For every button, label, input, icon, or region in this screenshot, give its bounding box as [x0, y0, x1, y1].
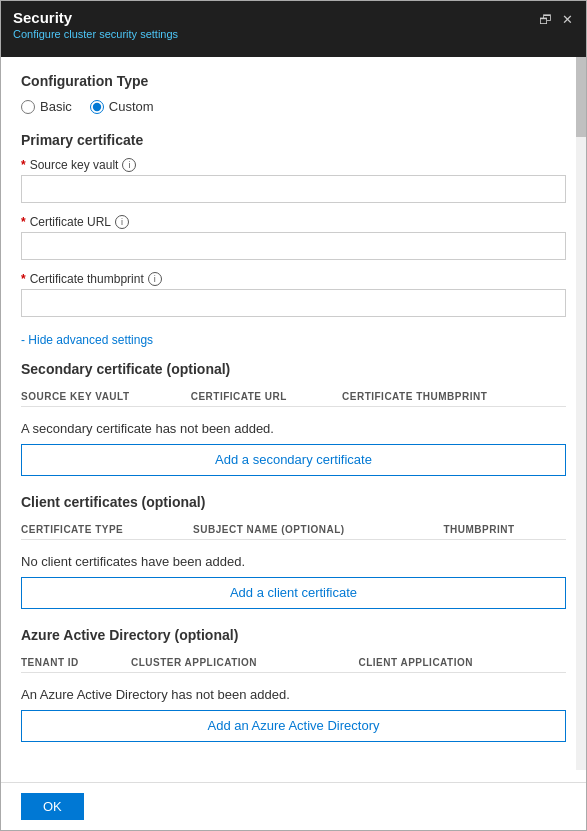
certificate-thumbprint-info-icon[interactable]: i [148, 272, 162, 286]
source-key-vault-label: * Source key vault i [21, 158, 566, 172]
secondary-cert-empty: A secondary certificate has not been add… [21, 413, 566, 444]
scrollbar-track[interactable] [576, 57, 586, 770]
radio-custom[interactable]: Custom [90, 99, 154, 114]
add-client-cert-button[interactable]: Add a client certificate [21, 577, 566, 609]
title-bar: Security Configure cluster security sett… [1, 1, 586, 57]
close-button[interactable]: ✕ [558, 11, 576, 29]
required-star-3: * [21, 272, 26, 286]
source-key-vault-info-icon[interactable]: i [122, 158, 136, 172]
client-cert-heading: Client certificates (optional) [21, 494, 566, 510]
required-star-1: * [21, 158, 26, 172]
window-subtitle: Configure cluster security settings [13, 28, 178, 40]
add-secondary-cert-button[interactable]: Add a secondary certificate [21, 444, 566, 476]
azure-ad-heading: Azure Active Directory (optional) [21, 627, 566, 643]
window-title: Security [13, 9, 178, 26]
certificate-url-group: * Certificate URL i [21, 215, 566, 260]
secondary-cert-section: Secondary certificate (optional) SOURCE … [21, 361, 566, 476]
certificate-thumbprint-text: Certificate thumbprint [30, 272, 144, 286]
source-key-vault-text: Source key vault [30, 158, 119, 172]
hide-advanced-link[interactable]: - Hide advanced settings [21, 333, 153, 347]
title-bar-left: Security Configure cluster security sett… [13, 9, 178, 40]
azure-ad-empty: An Azure Active Directory has not been a… [21, 679, 566, 710]
azure-col-1: TENANT ID [21, 653, 131, 673]
source-key-vault-input[interactable] [21, 175, 566, 203]
client-col-3: THUMBPRINT [443, 520, 566, 540]
radio-basic-label: Basic [40, 99, 72, 114]
secondary-col-2: CERTIFICATE URL [191, 387, 342, 407]
ok-button[interactable]: OK [21, 793, 84, 820]
radio-group: Basic Custom [21, 99, 566, 114]
footer: OK [1, 782, 586, 830]
azure-ad-section: Azure Active Directory (optional) TENANT… [21, 627, 566, 742]
certificate-url-info-icon[interactable]: i [115, 215, 129, 229]
azure-col-3: CLIENT APPLICATION [358, 653, 566, 673]
client-col-1: CERTIFICATE TYPE [21, 520, 193, 540]
radio-basic[interactable]: Basic [21, 99, 72, 114]
scrollbar-thumb[interactable] [576, 57, 586, 137]
restore-button[interactable]: 🗗 [536, 11, 554, 29]
secondary-col-1: SOURCE KEY VAULT [21, 387, 191, 407]
secondary-cert-table: SOURCE KEY VAULT CERTIFICATE URL CERTIFI… [21, 387, 566, 407]
add-azure-ad-button[interactable]: Add an Azure Active Directory [21, 710, 566, 742]
client-cert-section: Client certificates (optional) CERTIFICA… [21, 494, 566, 609]
required-star-2: * [21, 215, 26, 229]
primary-cert-heading: Primary certificate [21, 132, 566, 148]
config-type-heading: Configuration Type [21, 73, 566, 89]
client-cert-empty: No client certificates have been added. [21, 546, 566, 577]
certificate-thumbprint-label: * Certificate thumbprint i [21, 272, 566, 286]
radio-custom-input[interactable] [90, 100, 104, 114]
certificate-url-label: * Certificate URL i [21, 215, 566, 229]
content-area: Configuration Type Basic Custom Primary … [1, 57, 586, 782]
security-window: Security Configure cluster security sett… [0, 0, 587, 831]
certificate-url-input[interactable] [21, 232, 566, 260]
client-col-2: SUBJECT NAME (OPTIONAL) [193, 520, 443, 540]
certificate-url-text: Certificate URL [30, 215, 111, 229]
source-key-vault-group: * Source key vault i [21, 158, 566, 203]
secondary-col-3: CERTIFICATE THUMBPRINT [342, 387, 566, 407]
azure-ad-table: TENANT ID CLUSTER APPLICATION CLIENT APP… [21, 653, 566, 673]
client-cert-table: CERTIFICATE TYPE SUBJECT NAME (OPTIONAL)… [21, 520, 566, 540]
certificate-thumbprint-input[interactable] [21, 289, 566, 317]
certificate-thumbprint-group: * Certificate thumbprint i [21, 272, 566, 317]
window-controls: 🗗 ✕ [536, 11, 576, 29]
secondary-cert-heading: Secondary certificate (optional) [21, 361, 566, 377]
radio-basic-input[interactable] [21, 100, 35, 114]
radio-custom-label: Custom [109, 99, 154, 114]
azure-col-2: CLUSTER APPLICATION [131, 653, 359, 673]
